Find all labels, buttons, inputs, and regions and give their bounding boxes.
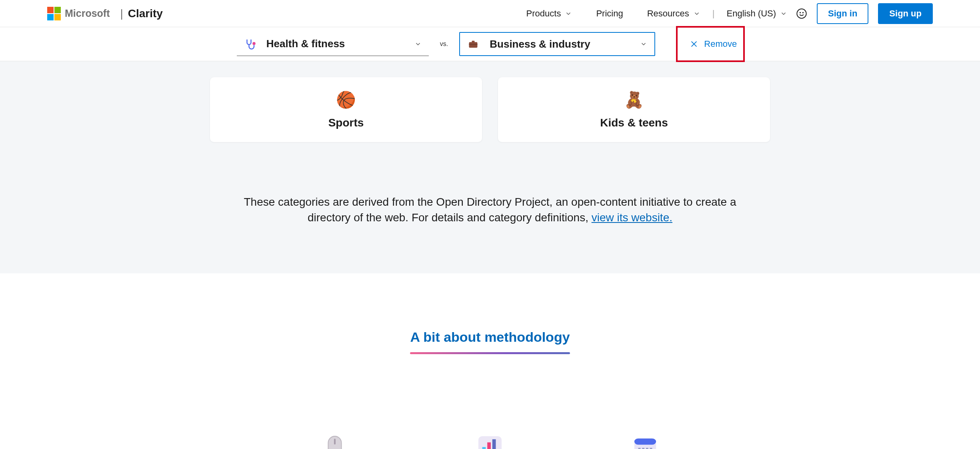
- gradient-underline: [410, 352, 570, 354]
- nav-resources[interactable]: Resources: [647, 8, 700, 19]
- nav-products-label: Products: [526, 8, 561, 19]
- chevron-down-icon: [414, 40, 422, 48]
- categories-description: These categories are derived from the Op…: [230, 194, 750, 225]
- microsoft-logo-text: Microsoft: [65, 8, 110, 19]
- svg-point-3: [253, 42, 255, 44]
- nav-products[interactable]: Products: [526, 8, 572, 19]
- nav-pricing[interactable]: Pricing: [596, 8, 623, 19]
- svg-rect-6: [469, 44, 478, 45]
- language-selector[interactable]: English (US): [727, 8, 787, 19]
- nav-separator: |: [712, 8, 715, 19]
- svg-rect-14: [492, 439, 496, 449]
- bar-chart-icon: [476, 434, 504, 449]
- svg-rect-10: [334, 439, 336, 445]
- category-card-label: Sports: [328, 116, 364, 129]
- svg-rect-16: [634, 439, 656, 445]
- chevron-down-icon: [780, 10, 787, 17]
- sign-in-label: Sign in: [828, 8, 857, 19]
- svg-rect-5: [472, 41, 475, 43]
- compare-left-selector[interactable]: Health & fitness: [237, 32, 429, 56]
- compare-right-label: Business & industry: [490, 38, 640, 50]
- sign-up-label: Sign up: [889, 8, 922, 19]
- top-navigation: Microsoft | Clarity Products Pricing Res…: [0, 0, 980, 27]
- chevron-down-icon: [693, 10, 700, 17]
- compare-right-selector[interactable]: Business & industry: [459, 32, 655, 56]
- category-card-kids[interactable]: 🧸 Kids & teens: [498, 77, 770, 142]
- primary-nav-links: Products Pricing Resources: [526, 8, 700, 19]
- compare-left-label: Health & fitness: [266, 38, 414, 50]
- mouse-icon: [321, 434, 348, 449]
- svg-rect-13: [487, 443, 491, 449]
- nav-pricing-label: Pricing: [596, 8, 623, 19]
- sign-up-button[interactable]: Sign up: [878, 3, 933, 24]
- svg-rect-12: [482, 447, 486, 449]
- calendar-icon: [632, 434, 659, 449]
- category-card-label: Kids & teens: [600, 116, 668, 129]
- feedback-smiley-icon[interactable]: [796, 8, 807, 19]
- vs-label: vs.: [440, 40, 448, 48]
- methodology-heading-wrap: A bit about methodology: [0, 329, 980, 354]
- teddy-bear-icon: 🧸: [624, 90, 644, 109]
- methodology-title: A bit about methodology: [410, 329, 570, 351]
- svg-point-1: [800, 12, 800, 12]
- sign-in-button[interactable]: Sign in: [817, 3, 868, 24]
- brand-separator: |: [120, 7, 123, 20]
- category-card-sports[interactable]: 🏀 Sports: [210, 77, 482, 142]
- chevron-down-icon: [640, 40, 647, 48]
- svg-point-0: [797, 9, 806, 18]
- methodology-section: A bit about methodology: [0, 273, 980, 449]
- svg-rect-4: [469, 42, 478, 48]
- methodology-icons-row: [0, 434, 980, 449]
- nav-resources-label: Resources: [647, 8, 689, 19]
- svg-point-2: [803, 12, 803, 12]
- microsoft-logo-icon: [47, 7, 61, 20]
- language-label: English (US): [727, 8, 776, 19]
- microsoft-logo[interactable]: Microsoft: [47, 7, 110, 20]
- categories-section: 🏀 Sports 🧸 Kids & teens These categories…: [0, 61, 980, 273]
- open-directory-link[interactable]: view its website.: [592, 211, 672, 224]
- product-name[interactable]: Clarity: [128, 7, 163, 20]
- basketball-icon: 🏀: [336, 90, 356, 109]
- briefcase-icon: [467, 38, 479, 50]
- remove-comparison-button[interactable]: Remove: [683, 35, 743, 53]
- chevron-down-icon: [565, 10, 572, 17]
- compare-bar: Health & fitness vs. Business & industry…: [0, 27, 980, 61]
- category-cards-row: 🏀 Sports 🧸 Kids & teens: [0, 77, 980, 142]
- stethoscope-icon: [244, 38, 256, 50]
- close-icon: [690, 40, 698, 48]
- remove-label: Remove: [704, 39, 737, 49]
